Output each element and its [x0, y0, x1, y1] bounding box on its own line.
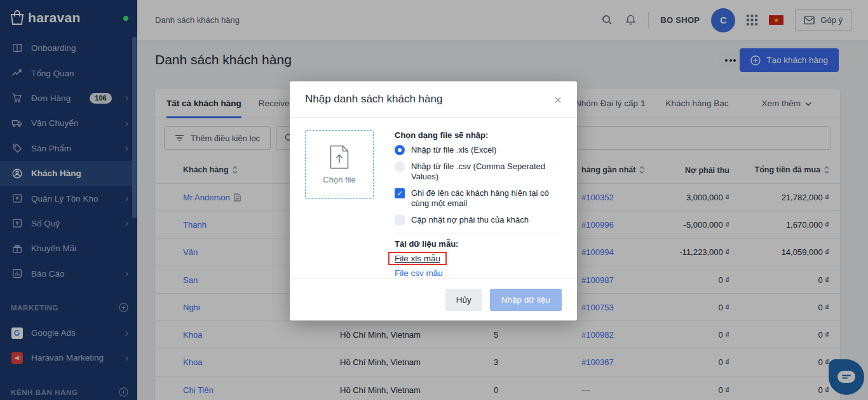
- checkbox-option[interactable]: Cập nhật nợ phải thu của khách: [395, 215, 562, 225]
- import-customers-modal: Nhập danh sách khách hàng × Chọn file Ch…: [290, 81, 577, 321]
- upload-file-icon: [330, 145, 349, 169]
- radio-unselected-icon[interactable]: [395, 162, 405, 172]
- checkbox-checked-icon[interactable]: ✓: [395, 188, 405, 198]
- haravan-admin-app: haravan OnboardingTổng QuanĐơn Hàng106›V…: [0, 0, 868, 400]
- radio-option[interactable]: Nhập từ file .csv (Comma Seperated Value…: [395, 162, 562, 182]
- xls-sample-link[interactable]: File xls mẫu: [395, 254, 440, 263]
- format-label: Chọn dạng file sẽ nhập:: [395, 130, 562, 140]
- cancel-button[interactable]: Hủy: [445, 289, 482, 311]
- modal-title: Nhập danh sách khách hàng: [305, 93, 442, 106]
- choose-file-dropzone[interactable]: Chọn file: [305, 130, 374, 199]
- choose-file-label: Chọn file: [323, 175, 355, 184]
- radio-label: Nhập từ file .xls (Excel): [411, 145, 496, 155]
- sample-label: Tải dữ liệu mẫu:: [395, 239, 562, 249]
- checkbox-unchecked-icon[interactable]: [395, 215, 405, 225]
- close-icon[interactable]: ×: [554, 93, 562, 106]
- radio-label: Nhập từ file .csv (Comma Seperated Value…: [411, 162, 562, 182]
- checkbox-label: Cập nhật nợ phải thu của khách: [411, 215, 529, 225]
- radio-selected-icon[interactable]: [395, 145, 405, 155]
- modal-body: Chọn file Chọn dạng file sẽ nhập: Nhập t…: [290, 118, 577, 279]
- radio-option[interactable]: Nhập từ file .xls (Excel): [395, 145, 562, 155]
- modal-header: Nhập danh sách khách hàng ×: [290, 81, 577, 118]
- xls-link-highlight-box: File xls mẫu: [388, 252, 447, 265]
- import-data-button[interactable]: Nhập dữ liệu: [490, 289, 562, 311]
- csv-sample-link[interactable]: File csv mâu: [395, 268, 443, 278]
- modal-footer: Hủy Nhập dữ liệu: [290, 279, 577, 321]
- divider: [395, 233, 562, 233]
- checkbox-option[interactable]: ✓Ghi đè lên các khách hàng hiện tại có c…: [395, 188, 562, 209]
- checkbox-label: Ghi đè lên các khách hàng hiện tại có cù…: [411, 188, 562, 209]
